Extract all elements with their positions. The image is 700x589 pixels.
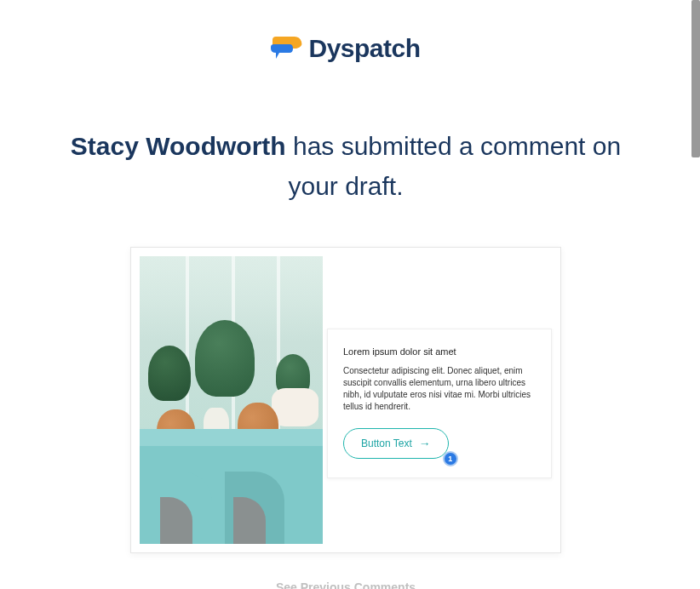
see-previous-comments-link[interactable]: See Previous Comments [0, 580, 691, 589]
dyspatch-icon [271, 37, 303, 60]
draft-preview-card: Lorem ipsum dolor sit amet Consectetur a… [130, 247, 561, 553]
headline-rest: has submitted a comment on your draft. [286, 132, 622, 200]
preview-content-panel: Lorem ipsum dolor sit amet Consectetur a… [323, 256, 552, 544]
brand-name: Dyspatch [308, 34, 420, 63]
preview-cta-label: Button Text [361, 437, 412, 449]
scrollbar[interactable] [691, 0, 700, 157]
preview-text-block: Lorem ipsum dolor sit amet Consectetur a… [327, 329, 552, 478]
comment-count-badge[interactable]: 1 [443, 451, 458, 466]
preview-cta-button[interactable]: Button Text → 1 [343, 428, 449, 459]
arrow-right-icon: → [419, 437, 431, 450]
notification-headline: Stacy Woodworth has submitted a comment … [0, 127, 691, 206]
preview-title: Lorem ipsum dolor sit amet [343, 346, 536, 357]
preview-body: Consectetur adipiscing elit. Donec aliqu… [343, 365, 536, 413]
email-container: Dyspatch Stacy Woodworth has submitted a… [0, 0, 691, 589]
author-name: Stacy Woodworth [71, 132, 286, 160]
preview-hero-image [140, 256, 323, 544]
brand-logo: Dyspatch [0, 34, 691, 63]
